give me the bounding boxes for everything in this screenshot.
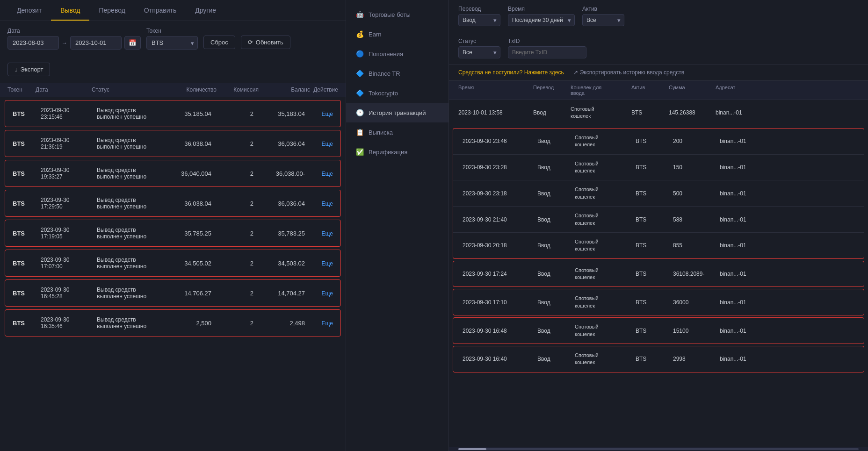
time-select[interactable]: Последние 30 дней	[508, 14, 575, 26]
tab-deposit[interactable]: Депозит	[7, 0, 51, 21]
row-balance: 14,704.27	[253, 290, 305, 297]
r-address: binan...-01	[720, 356, 854, 362]
export-button[interactable]: ↓ Экспорт	[7, 63, 50, 76]
row-action[interactable]: Еще	[305, 260, 333, 267]
export-link-icon: ↗	[573, 69, 578, 76]
row-action[interactable]: Еще	[305, 230, 333, 237]
sidebar-item-binance-tr[interactable]: 🔷 Binance TR	[346, 64, 448, 83]
export-history-link[interactable]: ↗ Экспортировать историю ввода средств	[573, 69, 684, 76]
row-amount: 2,500	[160, 320, 211, 327]
col-action: Действие	[310, 86, 338, 93]
horizontal-scrollbar[interactable]	[449, 447, 868, 451]
r-amount: 855	[673, 242, 720, 249]
sidebar-item-label: История транзакций	[369, 109, 426, 116]
row-commission: 2	[211, 230, 253, 237]
right-table-row: 2023-09-30 20:18 Ввод Спотовыйкошелек BT…	[453, 232, 864, 258]
table-row: BTS 2023-09-30 17:29:50 Вывод средств вы…	[5, 190, 341, 217]
row-action[interactable]: Еще	[305, 110, 333, 117]
sidebar-item-label: Торговые боты	[369, 11, 411, 18]
sidebar-item-topup[interactable]: 🔵 Пополнения	[346, 44, 448, 64]
date-filter-group: Дата → 📅	[7, 28, 141, 50]
status-filter: Статус Все	[458, 38, 500, 58]
tab-send[interactable]: Отправить	[135, 0, 186, 21]
sidebar-item-statement[interactable]: 📋 Выписка	[346, 122, 448, 142]
row-commission: 2	[211, 110, 253, 117]
r-amount: 150	[673, 164, 720, 171]
right-table-row: 2023-09-30 16:48 Ввод Спотовыйкошелек BT…	[453, 318, 864, 344]
row-action[interactable]: Еще	[305, 140, 333, 147]
tab-withdraw[interactable]: Вывод	[51, 0, 89, 21]
tokocrypto-icon: 🔷	[355, 89, 364, 97]
refresh-button[interactable]: ⟳ Обновить	[241, 36, 290, 49]
row-commission: 2	[211, 260, 253, 267]
r-address: binan...-01	[720, 190, 854, 197]
left-table-body: BTS 2023-09-30 23:15:46 Вывод средств вы…	[0, 97, 346, 451]
row-token: BTS	[13, 200, 41, 207]
right-table-group-2: 2023-09-30 17:24 Ввод Спотовыйкошелек BT…	[453, 261, 864, 287]
sidebar-item-verification[interactable]: ✅ Верификация	[346, 142, 448, 162]
tab-transfer[interactable]: Перевод	[89, 0, 134, 21]
right-table-row: 2023-09-30 23:28 Ввод Спотовыйкошелек BT…	[453, 154, 864, 180]
row-token: BTS	[13, 260, 41, 267]
row-balance: 36,038.00-	[253, 170, 305, 177]
r-wallet: Спотовыйкошелек	[571, 106, 631, 120]
row-token: BTS	[13, 110, 41, 117]
row-amount: 34,505.02	[160, 260, 211, 267]
reset-button[interactable]: Сброс	[203, 36, 235, 49]
sidebar-item-tokocrypto[interactable]: 🔷 Tokocrypto	[346, 83, 448, 103]
row-amount: 36,040.004	[160, 170, 211, 177]
sidebar-item-trading-bots[interactable]: 🤖 Торговые боты	[346, 5, 448, 24]
r-wallet: Спотовыйкошелек	[575, 295, 636, 309]
date-to-input[interactable]	[70, 36, 122, 50]
transfer-select[interactable]: Ввод	[458, 14, 500, 26]
funds-not-received-link[interactable]: Средства не поступили? Нажмите здесь	[458, 69, 564, 76]
row-action[interactable]: Еще	[305, 320, 333, 327]
r-asset: BTS	[636, 299, 673, 306]
row-action[interactable]: Еще	[305, 290, 333, 297]
row-action[interactable]: Еще	[305, 200, 333, 207]
row-commission: 2	[211, 290, 253, 297]
sidebar-item-earn[interactable]: 💰 Earn	[346, 24, 448, 44]
txid-input[interactable]	[508, 46, 586, 58]
token-select[interactable]: BTS	[146, 36, 198, 50]
r-transfer: Ввод	[537, 271, 575, 277]
status-label: Статус	[458, 38, 500, 44]
scrollbar-track	[458, 448, 859, 450]
row-status: Вывод средств выполнен успешно	[97, 316, 160, 329]
row-action[interactable]: Еще	[305, 170, 333, 177]
row-date: 2023-09-30 17:19:05	[41, 227, 97, 240]
transfer-select-wrapper: Ввод	[458, 14, 500, 26]
r-address: binan...-01	[720, 242, 854, 249]
r-transfer: Ввод	[537, 216, 575, 223]
row-status: Вывод средств выполнен успешно	[97, 286, 160, 300]
row-date: 2023-09-30 23:15:46	[41, 107, 97, 120]
r-asset: BTS	[636, 242, 673, 249]
right-table-row: 2023-09-30 23:46 Ввод Спотовыйкошелек BT…	[453, 129, 864, 154]
rcol-transfer: Перевод	[533, 85, 571, 96]
row-balance: 35,783.25	[253, 230, 305, 237]
r-amount: 500	[673, 190, 720, 197]
tab-other[interactable]: Другие	[186, 0, 225, 21]
col-amount: Количество	[165, 86, 217, 93]
row-amount: 35,785.25	[160, 230, 211, 237]
row-commission: 2	[211, 200, 253, 207]
row-date: 2023-09-30 17:29:50	[41, 197, 97, 210]
r-address: binan...-01	[720, 164, 854, 171]
r-transfer: Ввод	[537, 164, 575, 171]
time-select-wrapper: Последние 30 дней	[508, 14, 575, 26]
r-time: 2023-09-30 20:18	[463, 242, 537, 249]
r-time: 2023-09-30 17:24	[463, 271, 537, 277]
status-select[interactable]: Все	[458, 46, 500, 58]
date-from-input[interactable]	[7, 36, 59, 50]
r-wallet: Спотовыйкошелек	[575, 323, 636, 338]
asset-select[interactable]: Все	[582, 14, 624, 26]
r-amount: 588	[673, 216, 720, 223]
row-balance: 2,498	[253, 320, 305, 327]
sidebar-item-tx-history[interactable]: 🕐 История транзакций	[346, 103, 448, 122]
time-filter: Время Последние 30 дней	[508, 6, 575, 26]
col-status: Статус	[92, 86, 165, 93]
transfer-filter: Перевод Ввод	[458, 6, 500, 26]
calendar-button[interactable]: 📅	[124, 36, 141, 50]
col-token: Токен	[7, 86, 36, 93]
txid-label: TxID	[508, 38, 586, 44]
